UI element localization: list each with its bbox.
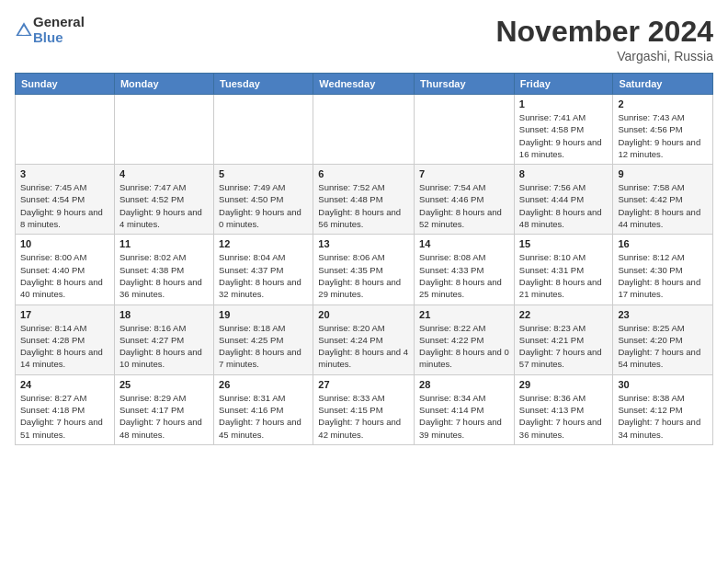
day-info: Sunrise: 8:31 AM Sunset: 4:16 PM Dayligh… [219, 392, 308, 441]
day-number: 11 [119, 238, 209, 249]
day-number: 28 [419, 379, 509, 390]
day-number: 27 [318, 379, 409, 390]
day-cell: 9Sunrise: 7:58 AM Sunset: 4:42 PM Daylig… [613, 165, 713, 235]
header-row: SundayMondayTuesdayWednesdayThursdayFrid… [16, 74, 713, 95]
day-cell [214, 95, 313, 165]
header-cell-wednesday: Wednesday [313, 74, 415, 95]
day-number: 23 [618, 309, 708, 320]
day-info: Sunrise: 8:04 AM Sunset: 4:37 PM Dayligh… [219, 251, 308, 300]
day-cell: 18Sunrise: 8:16 AM Sunset: 4:27 PM Dayli… [114, 304, 213, 374]
day-cell: 15Sunrise: 8:10 AM Sunset: 4:31 PM Dayli… [514, 235, 613, 304]
day-info: Sunrise: 8:12 AM Sunset: 4:30 PM Dayligh… [618, 251, 708, 300]
day-info: Sunrise: 8:14 AM Sunset: 4:28 PM Dayligh… [20, 322, 109, 371]
month-title: November 2024 [495, 15, 713, 49]
day-info: Sunrise: 8:00 AM Sunset: 4:40 PM Dayligh… [20, 251, 109, 300]
day-info: Sunrise: 8:34 AM Sunset: 4:14 PM Dayligh… [419, 392, 509, 441]
day-cell [114, 95, 213, 165]
day-cell: 12Sunrise: 8:04 AM Sunset: 4:37 PM Dayli… [214, 235, 313, 304]
day-info: Sunrise: 7:43 AM Sunset: 4:56 PM Dayligh… [618, 111, 708, 160]
header-cell-tuesday: Tuesday [214, 74, 313, 95]
day-info: Sunrise: 7:58 AM Sunset: 4:42 PM Dayligh… [618, 181, 708, 230]
day-number: 22 [519, 309, 609, 320]
day-info: Sunrise: 8:33 AM Sunset: 4:15 PM Dayligh… [318, 392, 409, 441]
day-info: Sunrise: 8:23 AM Sunset: 4:21 PM Dayligh… [519, 322, 609, 371]
day-cell: 22Sunrise: 8:23 AM Sunset: 4:21 PM Dayli… [514, 304, 613, 374]
day-number: 7 [419, 168, 509, 179]
day-cell: 2Sunrise: 7:43 AM Sunset: 4:56 PM Daylig… [613, 95, 713, 165]
day-cell: 30Sunrise: 8:38 AM Sunset: 4:12 PM Dayli… [613, 374, 713, 444]
day-cell [16, 95, 115, 165]
header-cell-friday: Friday [514, 74, 613, 95]
day-cell: 23Sunrise: 8:25 AM Sunset: 4:20 PM Dayli… [613, 304, 713, 374]
day-cell: 17Sunrise: 8:14 AM Sunset: 4:28 PM Dayli… [16, 304, 115, 374]
day-cell: 11Sunrise: 8:02 AM Sunset: 4:38 PM Dayli… [114, 235, 213, 304]
day-cell: 27Sunrise: 8:33 AM Sunset: 4:15 PM Dayli… [313, 374, 415, 444]
day-number: 18 [119, 309, 209, 320]
day-cell: 5Sunrise: 7:49 AM Sunset: 4:50 PM Daylig… [214, 165, 313, 235]
day-cell: 20Sunrise: 8:20 AM Sunset: 4:24 PM Dayli… [313, 304, 415, 374]
day-info: Sunrise: 8:08 AM Sunset: 4:33 PM Dayligh… [419, 251, 509, 300]
week-row-1: 1Sunrise: 7:41 AM Sunset: 4:58 PM Daylig… [16, 95, 713, 165]
day-cell: 10Sunrise: 8:00 AM Sunset: 4:40 PM Dayli… [16, 235, 115, 304]
svg-rect-2 [22, 29, 26, 34]
header-cell-saturday: Saturday [613, 74, 713, 95]
day-cell [415, 95, 515, 165]
logo: General Blue [15, 15, 85, 45]
day-cell: 28Sunrise: 8:34 AM Sunset: 4:14 PM Dayli… [415, 374, 515, 444]
header-cell-sunday: Sunday [16, 74, 115, 95]
week-row-5: 24Sunrise: 8:27 AM Sunset: 4:18 PM Dayli… [16, 374, 713, 444]
day-cell [313, 95, 415, 165]
day-number: 16 [618, 238, 708, 249]
header-cell-monday: Monday [114, 74, 213, 95]
logo-general: General [33, 15, 85, 30]
day-info: Sunrise: 7:52 AM Sunset: 4:48 PM Dayligh… [318, 181, 409, 230]
day-number: 1 [519, 98, 609, 109]
day-cell: 26Sunrise: 8:31 AM Sunset: 4:16 PM Dayli… [214, 374, 313, 444]
day-cell: 21Sunrise: 8:22 AM Sunset: 4:22 PM Dayli… [415, 304, 515, 374]
day-number: 21 [419, 309, 509, 320]
day-number: 14 [419, 238, 509, 249]
day-number: 24 [20, 379, 109, 390]
day-info: Sunrise: 7:47 AM Sunset: 4:52 PM Dayligh… [119, 181, 209, 230]
day-cell: 1Sunrise: 7:41 AM Sunset: 4:58 PM Daylig… [514, 95, 613, 165]
day-info: Sunrise: 8:36 AM Sunset: 4:13 PM Dayligh… [519, 392, 609, 441]
day-info: Sunrise: 7:45 AM Sunset: 4:54 PM Dayligh… [20, 181, 109, 230]
day-number: 15 [519, 238, 609, 249]
calendar-header: SundayMondayTuesdayWednesdayThursdayFrid… [16, 74, 713, 95]
day-cell: 7Sunrise: 7:54 AM Sunset: 4:46 PM Daylig… [415, 165, 515, 235]
day-info: Sunrise: 8:16 AM Sunset: 4:27 PM Dayligh… [119, 322, 209, 371]
day-number: 19 [219, 309, 308, 320]
day-cell: 16Sunrise: 8:12 AM Sunset: 4:30 PM Dayli… [613, 235, 713, 304]
logo-icon [15, 21, 33, 40]
day-number: 4 [119, 168, 209, 179]
day-cell: 29Sunrise: 8:36 AM Sunset: 4:13 PM Dayli… [514, 374, 613, 444]
day-number: 10 [20, 238, 109, 249]
day-info: Sunrise: 8:10 AM Sunset: 4:31 PM Dayligh… [519, 251, 609, 300]
day-number: 26 [219, 379, 308, 390]
day-number: 3 [20, 168, 109, 179]
day-number: 6 [318, 168, 409, 179]
day-info: Sunrise: 7:54 AM Sunset: 4:46 PM Dayligh… [419, 181, 509, 230]
day-number: 25 [119, 379, 209, 390]
day-info: Sunrise: 8:20 AM Sunset: 4:24 PM Dayligh… [318, 322, 409, 371]
week-row-3: 10Sunrise: 8:00 AM Sunset: 4:40 PM Dayli… [16, 235, 713, 304]
day-number: 29 [519, 379, 609, 390]
day-info: Sunrise: 7:49 AM Sunset: 4:50 PM Dayligh… [219, 181, 308, 230]
day-info: Sunrise: 7:41 AM Sunset: 4:58 PM Dayligh… [519, 111, 609, 160]
day-cell: 6Sunrise: 7:52 AM Sunset: 4:48 PM Daylig… [313, 165, 415, 235]
day-cell: 8Sunrise: 7:56 AM Sunset: 4:44 PM Daylig… [514, 165, 613, 235]
day-number: 5 [219, 168, 308, 179]
day-info: Sunrise: 8:18 AM Sunset: 4:25 PM Dayligh… [219, 322, 308, 371]
day-number: 12 [219, 238, 308, 249]
day-number: 8 [519, 168, 609, 179]
calendar-table: SundayMondayTuesdayWednesdayThursdayFrid… [15, 73, 713, 445]
day-number: 30 [618, 379, 708, 390]
day-number: 2 [618, 98, 708, 109]
week-row-4: 17Sunrise: 8:14 AM Sunset: 4:28 PM Dayli… [16, 304, 713, 374]
day-cell: 4Sunrise: 7:47 AM Sunset: 4:52 PM Daylig… [114, 165, 213, 235]
title-block: November 2024 Vargashi, Russia [495, 15, 713, 63]
day-info: Sunrise: 8:06 AM Sunset: 4:35 PM Dayligh… [318, 251, 409, 300]
week-row-2: 3Sunrise: 7:45 AM Sunset: 4:54 PM Daylig… [16, 165, 713, 235]
day-cell: 14Sunrise: 8:08 AM Sunset: 4:33 PM Dayli… [415, 235, 515, 304]
day-info: Sunrise: 7:56 AM Sunset: 4:44 PM Dayligh… [519, 181, 609, 230]
